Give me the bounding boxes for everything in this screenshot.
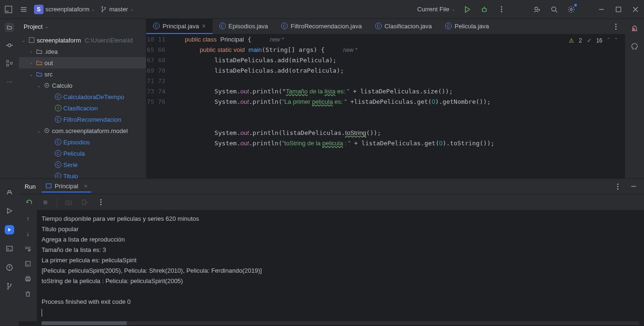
delete-icon[interactable]	[23, 289, 33, 299]
svg-rect-33	[26, 276, 29, 278]
svg-rect-28	[66, 201, 71, 205]
tree-item[interactable]: CSerie	[19, 159, 146, 170]
right-toolbar	[625, 19, 644, 178]
run-tab-name: Principal	[55, 183, 78, 190]
run-more-button[interactable]	[613, 182, 622, 191]
close-icon[interactable]: ×	[84, 183, 88, 190]
scroll-down-icon[interactable]: ↓	[23, 229, 33, 238]
exit-button[interactable]	[80, 198, 89, 207]
tree-item[interactable]: ›.idea	[19, 46, 146, 57]
tree-item[interactable]: CTitulo	[19, 170, 146, 178]
hide-panel-button[interactable]	[629, 182, 638, 191]
svg-rect-13	[10, 62, 12, 64]
search-icon[interactable]	[550, 5, 559, 14]
minimize-button[interactable]	[597, 5, 606, 14]
run-tool-button[interactable]	[5, 225, 14, 234]
structure-tool-button[interactable]	[5, 59, 14, 68]
scroll-to-end-icon[interactable]	[23, 259, 33, 268]
editor-tab[interactable]: CFiltroRecomendacion.java	[275, 19, 368, 34]
notifications-icon[interactable]	[630, 24, 639, 33]
tree-item[interactable]: CEpisodios	[19, 136, 146, 148]
line-gutter: 10 11 65 66 67 68 69 70 71 72 73 74 75 7…	[146, 34, 170, 178]
tree-item[interactable]: CCalculadoraDeTiempo	[19, 91, 146, 102]
project-tree[interactable]: ⌄ screenplataform C:\Users\Elena\Id ›.id…	[19, 34, 146, 178]
class-icon: C	[445, 23, 452, 29]
tabs-more-button[interactable]	[611, 22, 620, 31]
settings-icon[interactable]	[567, 5, 576, 14]
more-tool-button[interactable]: ···	[5, 76, 14, 86]
screenshot-button[interactable]	[64, 198, 73, 207]
svg-rect-0	[5, 6, 12, 13]
commit-tool-button[interactable]	[5, 41, 14, 50]
editor-body[interactable]: 10 11 65 66 67 68 69 70 71 72 73 74 75 7…	[146, 34, 625, 178]
run-button[interactable]	[463, 5, 472, 14]
terminal-tool-button[interactable]	[5, 244, 14, 253]
tree-item[interactable]: ⌄Calculo	[19, 80, 146, 91]
inspection-badges[interactable]: ⚠2 ✓16 ˄ ˅	[569, 37, 618, 44]
warning-icon: ⚠	[569, 37, 574, 44]
svg-rect-12	[7, 64, 9, 66]
run-tab[interactable]: Principal ×	[42, 181, 91, 192]
maximize-button[interactable]	[614, 5, 623, 14]
project-selector[interactable]: S screenplataform ⌄	[34, 5, 95, 14]
bottom-left-toolbar	[0, 179, 19, 326]
app-logo-icon[interactable]	[4, 5, 13, 14]
code-content[interactable]: public class Principal { new * public st…	[170, 34, 625, 178]
ai-assistant-icon[interactable]	[630, 42, 639, 51]
tree-item[interactable]: ⌄src	[19, 68, 146, 80]
stop-button[interactable]	[41, 198, 50, 207]
svg-rect-30	[82, 200, 86, 205]
more-actions-button[interactable]	[497, 5, 506, 14]
code-with-me-icon[interactable]	[532, 5, 542, 14]
build-tool-button[interactable]	[5, 187, 14, 197]
left-toolbar: ···	[0, 19, 19, 178]
run-config-selector[interactable]: Current File ⌄	[417, 6, 455, 13]
tree-item[interactable]: CFiltroRecomendacion	[19, 114, 146, 125]
branch-selector[interactable]: master ⌄	[101, 6, 134, 13]
console-gutter: ↑ ↓	[19, 210, 37, 321]
soft-wrap-icon[interactable]	[23, 244, 33, 253]
svg-point-24	[8, 288, 9, 290]
tree-item[interactable]: IClasificacion	[19, 102, 146, 114]
editor-tab[interactable]: CPelicula.java	[438, 19, 496, 34]
close-button[interactable]	[631, 5, 640, 14]
editor-tab[interactable]: CPrincipal.java×	[146, 19, 213, 34]
svg-point-3	[102, 10, 103, 12]
editor-tab[interactable]: CClasificacion.java	[369, 19, 438, 34]
tree-item[interactable]: ›out	[19, 57, 146, 68]
horizontal-scrollbar[interactable]	[42, 321, 639, 325]
panel-title: Project	[24, 23, 43, 30]
debug-button[interactable]	[480, 5, 489, 14]
nav-down-icon[interactable]: ˅	[615, 37, 618, 44]
project-panel-header[interactable]: Project ⌄	[19, 19, 146, 34]
run-panel: Run Principal × ↑ ↓	[19, 179, 644, 326]
separator	[57, 198, 57, 207]
svg-point-2	[102, 6, 103, 8]
project-panel: Project ⌄ ⌄ screenplataform C:\Users\Ele…	[19, 19, 146, 178]
tree-item[interactable]: CPelicula	[19, 148, 146, 159]
rerun-button[interactable]	[25, 198, 34, 207]
close-icon[interactable]: ×	[202, 22, 206, 30]
nav-up-icon[interactable]: ˄	[607, 37, 610, 44]
vcs-tool-button[interactable]	[5, 282, 14, 291]
main-area: ··· Project ⌄ ⌄ screenplataform C:\Users…	[0, 19, 644, 178]
scrollbar-thumb[interactable]	[42, 321, 127, 325]
scroll-up-icon[interactable]: ↑	[23, 214, 33, 223]
topbar-left: S screenplataform ⌄ master ⌄	[4, 5, 134, 14]
tree-root[interactable]: ⌄ screenplataform C:\Users\Elena\Id	[19, 34, 146, 46]
run-toolbar	[19, 194, 644, 210]
warning-count: 2	[579, 37, 582, 44]
main-menu-icon[interactable]	[19, 5, 28, 14]
svg-rect-26	[46, 184, 52, 188]
tree-item[interactable]: ⌄com.screenplataform.model	[19, 125, 146, 136]
editor-tab[interactable]: CEpisodios.java	[213, 19, 275, 34]
chevron-down-icon: ⌄	[44, 24, 49, 30]
services-tool-button[interactable]	[5, 206, 14, 216]
toolbar-more-button[interactable]	[96, 198, 105, 207]
root-path: C:\Users\Elena\Id	[85, 37, 133, 44]
svg-point-6	[535, 7, 538, 10]
problems-tool-button[interactable]	[5, 263, 14, 272]
console-output[interactable]: Tiempo disponible para ver peliculas y s…	[37, 210, 644, 321]
print-icon[interactable]	[23, 274, 33, 284]
project-tool-button[interactable]	[5, 23, 14, 32]
